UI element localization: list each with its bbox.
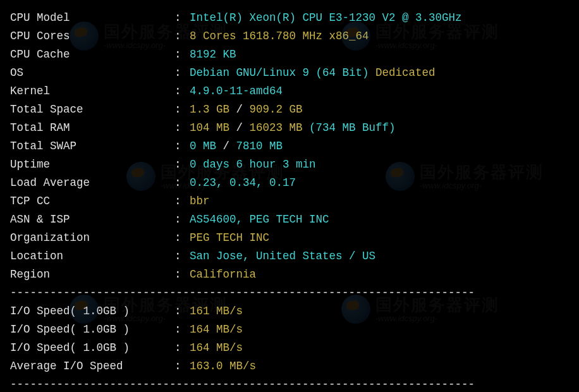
colon: : — [174, 247, 190, 266]
row-label: Uptime — [10, 156, 174, 174]
info-row: Uptime : 0 days 6 hour 3 min — [10, 156, 569, 174]
row-label: CPU Cache — [10, 46, 174, 64]
row-value: 0 MB — [190, 137, 223, 156]
row-value: Dedicated — [375, 64, 436, 82]
row-label: CPU Model — [10, 9, 174, 27]
row-value: 8192 KB — [190, 46, 236, 64]
row-value: PEG TECH INC — [190, 229, 269, 247]
row-label: Total Space — [10, 101, 174, 119]
info-row: Organization : PEG TECH INC — [10, 229, 569, 247]
colon: : — [174, 192, 190, 211]
info-row: CPU Cache : 8192 KB — [10, 46, 569, 64]
row-label: OS — [10, 64, 174, 82]
row-label: Region — [10, 266, 174, 284]
colon: : — [174, 27, 190, 46]
info-row: Location : San Jose, United States / US — [10, 247, 569, 266]
divider: ----------------------------------------… — [10, 376, 569, 392]
row-value: AS54600, PEG TECH INC — [190, 211, 329, 229]
info-row: CPU Model : Intel(R) Xeon(R) CPU E3-1230… — [10, 9, 569, 27]
row-label: Load Average — [10, 174, 174, 192]
row-value: 0.23, 0.34, 0.17 — [190, 174, 296, 192]
colon: : — [174, 119, 190, 137]
row-value: 909.2 GB — [250, 101, 303, 119]
row-value: Intel(R) Xeon(R) CPU E3-1230 V2 @ 3.30GH… — [190, 9, 462, 27]
system-info-block: CPU Model : Intel(R) Xeon(R) CPU E3-1230… — [10, 9, 569, 284]
row-value: 104 MB — [190, 119, 236, 137]
info-row: Total SWAP : 0 MB / 7810 MB — [10, 137, 569, 156]
row-value: bbr — [190, 192, 210, 211]
colon: : — [174, 82, 190, 101]
row-label: I/O Speed( 1.0GB ) — [10, 321, 174, 339]
row-value: (734 MB Buff) — [309, 119, 396, 137]
colon: : — [174, 156, 190, 174]
row-value: 7810 MB — [236, 137, 283, 156]
colon: : — [174, 357, 190, 376]
info-row: Load Average : 0.23, 0.34, 0.17 — [10, 174, 569, 192]
row-label: I/O Speed( 1.0GB ) — [10, 339, 174, 357]
colon: : — [174, 321, 190, 339]
row-value: 1.3 GB — [190, 101, 236, 119]
row-value: / — [223, 137, 236, 156]
colon: : — [174, 211, 190, 229]
colon: : — [174, 174, 190, 192]
colon: : — [174, 101, 190, 119]
info-row: ASN & ISP : AS54600, PEG TECH INC — [10, 211, 569, 229]
divider: ----------------------------------------… — [10, 284, 569, 302]
row-value: 164 MB/s — [190, 321, 243, 339]
row-label: Total RAM — [10, 119, 174, 137]
row-value: Debian GNU/Linux 9 (64 Bit) — [190, 64, 375, 82]
row-label: I/O Speed( 1.0GB ) — [10, 302, 174, 321]
row-value: 0 days 6 hour 3 min — [190, 156, 316, 174]
info-row: I/O Speed( 1.0GB ) : 161 MB/s — [10, 302, 569, 321]
colon: : — [174, 229, 190, 247]
row-label: Kernel — [10, 82, 174, 101]
colon: : — [174, 339, 190, 357]
info-row: CPU Cores : 8 Cores 1618.780 MHz x86_64 — [10, 27, 569, 46]
row-label: Total SWAP — [10, 137, 174, 156]
colon: : — [174, 64, 190, 82]
row-value: 161 MB/s — [190, 302, 243, 321]
row-value: San Jose, United States / US — [190, 247, 375, 266]
row-value: California — [190, 266, 256, 284]
colon: : — [174, 266, 190, 284]
row-value: 8 Cores 1618.780 MHz x86_64 — [190, 27, 369, 46]
colon: : — [174, 9, 190, 27]
colon: : — [174, 137, 190, 156]
row-value: / — [236, 101, 250, 119]
info-row: Region : California — [10, 266, 569, 284]
row-value: 4.9.0-11-amd64 — [190, 82, 283, 101]
info-row: Average I/O Speed : 163.0 MB/s — [10, 357, 569, 376]
info-row: I/O Speed( 1.0GB ) : 164 MB/s — [10, 339, 569, 357]
info-row: Total RAM : 104 MB / 16023 MB (734 MB Bu… — [10, 119, 569, 137]
row-value: 163.0 MB/s — [190, 357, 256, 376]
info-row: OS : Debian GNU/Linux 9 (64 Bit) Dedicat… — [10, 64, 569, 82]
row-value: 164 MB/s — [190, 339, 243, 357]
row-label: Location — [10, 247, 174, 266]
row-value: 16023 MB — [250, 119, 310, 137]
colon: : — [174, 302, 190, 321]
row-label: TCP CC — [10, 192, 174, 211]
info-row: I/O Speed( 1.0GB ) : 164 MB/s — [10, 321, 569, 339]
io-speed-block: I/O Speed( 1.0GB ) : 161 MB/sI/O Speed( … — [10, 302, 569, 376]
row-value: / — [236, 119, 250, 137]
info-row: Kernel : 4.9.0-11-amd64 — [10, 82, 569, 101]
info-row: Total Space : 1.3 GB / 909.2 GB — [10, 101, 569, 119]
row-label: Average I/O Speed — [10, 357, 174, 376]
row-label: CPU Cores — [10, 27, 174, 46]
colon: : — [174, 46, 190, 64]
row-label: Organization — [10, 229, 174, 247]
info-row: TCP CC : bbr — [10, 192, 569, 211]
row-label: ASN & ISP — [10, 211, 174, 229]
